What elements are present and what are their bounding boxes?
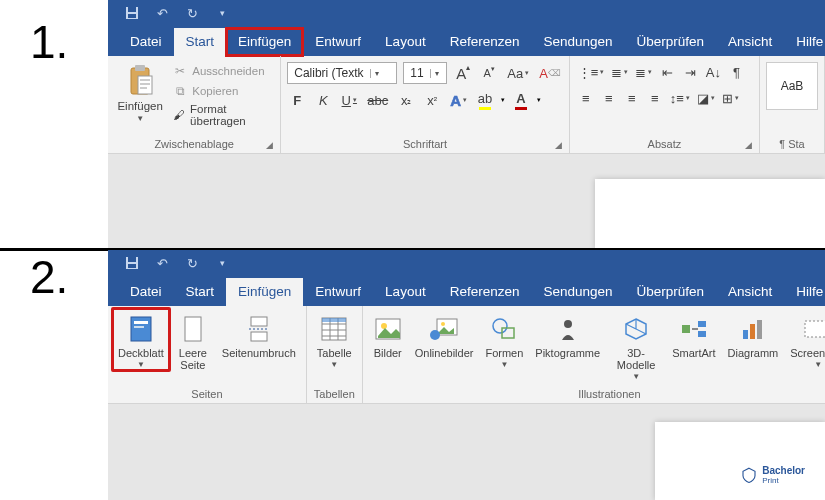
align-right-button[interactable]: ≡ (622, 88, 642, 108)
tab-layout[interactable]: Layout (373, 28, 438, 56)
customize-qat-icon[interactable]: ▾ (214, 5, 230, 21)
numbering-button[interactable]: ≣▾ (609, 62, 630, 82)
svg-rect-13 (251, 317, 267, 326)
font-launcher-icon[interactable]: ◢ (555, 140, 565, 150)
page[interactable] (595, 179, 825, 249)
tab-hilfe[interactable]: Hilfe (784, 278, 825, 306)
bold-button[interactable]: F (287, 90, 307, 110)
copy-label: Kopieren (192, 85, 238, 97)
underline-button[interactable]: U▾ (339, 90, 359, 110)
quick-access-toolbar: ↶ ↻ ▾ (108, 0, 825, 26)
chevron-down-icon: ▼ (137, 360, 145, 369)
customize-qat-icon[interactable]: ▾ (214, 255, 230, 271)
tab-datei[interactable]: Datei (118, 278, 174, 306)
svg-rect-31 (682, 325, 690, 333)
cover-page-button[interactable]: Deckblatt ▼ (114, 310, 168, 369)
tab-einfuegen[interactable]: Einfügen (226, 28, 303, 56)
group-illustrations: Bilder Onlinebilder Formen ▼ Piktogramme (363, 306, 825, 403)
subscript-button[interactable]: x (396, 90, 416, 110)
tab-entwurf[interactable]: Entwurf (303, 28, 373, 56)
tab-ansicht[interactable]: Ansicht (716, 28, 784, 56)
clipboard-launcher-icon[interactable]: ◢ (266, 140, 276, 150)
shapes-button[interactable]: Formen ▼ (481, 310, 527, 369)
screenshot-label: Screenshot (790, 347, 825, 359)
group-pages: Deckblatt ▼ Leere Seite Seitenumbruch Se… (108, 306, 307, 403)
multilevel-button[interactable]: ≣▾ (633, 62, 654, 82)
superscript-button[interactable]: x (422, 90, 442, 110)
svg-rect-37 (805, 321, 825, 337)
pictogram-icon (553, 314, 583, 344)
save-icon[interactable] (124, 255, 140, 271)
sort-button[interactable]: A↓ (703, 62, 723, 82)
strikethrough-button[interactable]: abc (365, 90, 390, 110)
line-spacing-button[interactable]: ↕≡▾ (668, 88, 692, 108)
tab-referenzen[interactable]: Referenzen (438, 28, 532, 56)
screenshot-button[interactable]: + Screenshot ▼ (786, 310, 825, 369)
font-name-combo[interactable]: Calibri (Textk ▾ (287, 62, 397, 84)
bullets-button[interactable]: ⋮≡▾ (576, 62, 607, 82)
tab-einfuegen[interactable]: Einfügen (226, 278, 303, 306)
style-item[interactable]: AaB (766, 62, 818, 110)
page-break-button[interactable]: Seitenumbruch (218, 310, 300, 359)
tab-start[interactable]: Start (174, 278, 227, 306)
online-pictures-button[interactable]: Onlinebilder (411, 310, 478, 359)
tab-start[interactable]: Start (174, 28, 227, 56)
format-painter-button[interactable]: 🖌 Format übertragen (170, 102, 274, 128)
undo-icon[interactable]: ↶ (154, 255, 170, 271)
3d-models-button[interactable]: 3D-Modelle ▼ (608, 310, 664, 381)
italic-button[interactable]: K (313, 90, 333, 110)
blank-page-button[interactable]: Leere Seite (172, 310, 214, 371)
font-color-button[interactable]: A (511, 90, 531, 110)
tab-referenzen[interactable]: Referenzen (438, 278, 532, 306)
borders-button[interactable]: ⊞▾ (720, 88, 741, 108)
chevron-down-icon[interactable]: ▾ (370, 69, 384, 78)
show-marks-button[interactable]: ¶ (726, 62, 746, 82)
tab-ueberpruefen[interactable]: Überprüfen (625, 28, 717, 56)
group-clipboard-label: Zwischenablage (108, 136, 280, 153)
tab-entwurf[interactable]: Entwurf (303, 278, 373, 306)
tab-datei[interactable]: Datei (118, 28, 174, 56)
brush-icon: 🖌 (172, 107, 186, 123)
increase-indent-button[interactable]: ⇥ (680, 62, 700, 82)
page[interactable] (655, 422, 825, 500)
pictures-button[interactable]: Bilder (369, 310, 407, 359)
undo-icon[interactable]: ↶ (154, 5, 170, 21)
3d-models-label: 3D-Modelle (612, 347, 660, 371)
tab-sendungen[interactable]: Sendungen (531, 28, 624, 56)
tab-layout[interactable]: Layout (373, 278, 438, 306)
save-icon[interactable] (124, 5, 140, 21)
svg-point-30 (564, 320, 572, 328)
redo-icon[interactable]: ↻ (184, 255, 200, 271)
quick-access-toolbar: ↶ ↻ ▾ (108, 250, 825, 276)
chart-button[interactable]: Diagramm (724, 310, 783, 359)
paste-button[interactable]: Einfügen ▼ (114, 60, 166, 123)
align-center-button[interactable]: ≡ (599, 88, 619, 108)
redo-icon[interactable]: ↻ (184, 5, 200, 21)
svg-point-24 (381, 323, 387, 329)
chevron-down-icon[interactable]: ▾ (430, 69, 444, 78)
highlight-button[interactable]: ab (475, 90, 495, 110)
smartart-button[interactable]: SmartArt (668, 310, 719, 359)
shading-button[interactable]: ◪▾ (695, 88, 717, 108)
tab-sendungen[interactable]: Sendungen (531, 278, 624, 306)
font-size-combo[interactable]: 11 ▾ (403, 62, 447, 84)
paragraph-launcher-icon[interactable]: ◢ (745, 140, 755, 150)
text-effects-button[interactable]: A▾ (448, 90, 469, 110)
step-number-2: 2. (30, 250, 68, 304)
grow-font-button[interactable]: A▴ (453, 63, 473, 83)
copy-icon: ⧉ (172, 83, 188, 99)
shrink-font-button[interactable]: A▾ (479, 63, 499, 83)
icons-button[interactable]: Piktogramme (531, 310, 604, 359)
table-button[interactable]: Tabelle ▼ (313, 310, 356, 369)
svg-rect-12 (185, 317, 201, 341)
tab-ansicht[interactable]: Ansicht (716, 278, 784, 306)
smartart-label: SmartArt (672, 347, 715, 359)
tab-ueberpruefen[interactable]: Überprüfen (625, 278, 717, 306)
decrease-indent-button[interactable]: ⇤ (657, 62, 677, 82)
justify-button[interactable]: ≡ (645, 88, 665, 108)
change-case-button[interactable]: Aa▾ (505, 63, 531, 83)
clear-formatting-button[interactable]: A⌫ (537, 63, 563, 83)
chevron-down-icon: ▼ (330, 360, 338, 369)
align-left-button[interactable]: ≡ (576, 88, 596, 108)
tab-hilfe[interactable]: Hilfe (784, 28, 825, 56)
